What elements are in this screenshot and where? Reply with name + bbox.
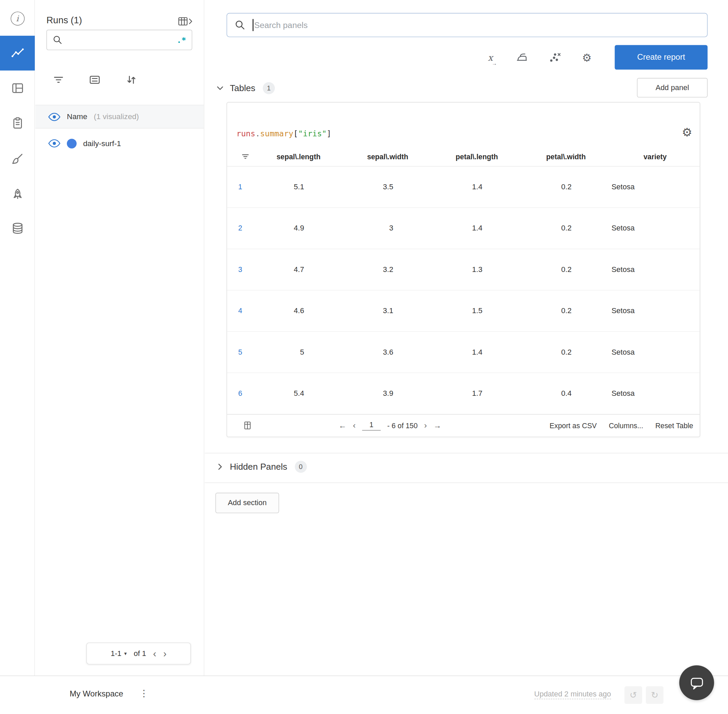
- column-header[interactable]: sepal\.width: [343, 153, 432, 161]
- smoothing-button[interactable]: [515, 51, 528, 64]
- column-header[interactable]: petal\.width: [521, 153, 611, 161]
- last-page-button[interactable]: [433, 421, 441, 430]
- chat-bubble-icon: [689, 675, 705, 691]
- run-row[interactable]: daily-surf-1: [35, 130, 204, 157]
- workspace-menu-button[interactable]: [140, 688, 149, 699]
- cell: 0.2: [521, 224, 611, 232]
- panels-icon: [11, 82, 24, 95]
- outliers-button[interactable]: [548, 51, 561, 64]
- table-row: 1 5.1 3.5 1.4 0.2 Setosa: [227, 167, 699, 208]
- panel-search-box: [227, 13, 708, 38]
- gear-icon: [582, 51, 591, 64]
- icon-rail: [0, 0, 35, 675]
- panel-settings-button[interactable]: [682, 126, 692, 140]
- cell: 3.5: [343, 183, 432, 191]
- runs-search-input[interactable]: [67, 36, 177, 44]
- panel-title-code: runs.summary["iris"]: [236, 129, 332, 138]
- row-index-link[interactable]: 4: [227, 307, 254, 315]
- eye-icon: [48, 140, 60, 148]
- nav-sweeps[interactable]: [0, 144, 35, 174]
- add-section-button[interactable]: Add section: [215, 493, 279, 513]
- cell: 5: [254, 348, 343, 356]
- runs-filter-button[interactable]: [52, 70, 65, 89]
- tables-collapse-button[interactable]: [215, 83, 225, 93]
- panel-header: runs.summary["iris"]: [227, 103, 699, 147]
- cell: 0.2: [521, 183, 611, 191]
- cell: Setosa: [611, 224, 699, 232]
- runs-next-page-button[interactable]: [164, 648, 167, 659]
- nav-overview[interactable]: [0, 4, 35, 33]
- runs-sort-button[interactable]: [125, 70, 138, 89]
- column-header[interactable]: petal\.length: [432, 153, 521, 161]
- tables-section-header: Tables 1: [215, 82, 275, 95]
- nav-panels[interactable]: [0, 73, 35, 103]
- row-index-link[interactable]: 5: [227, 348, 254, 356]
- row-index-link[interactable]: 3: [227, 266, 254, 274]
- run-eye-button[interactable]: [48, 140, 60, 148]
- reset-table-button[interactable]: Reset Table: [656, 422, 693, 430]
- mini-table-icon: [244, 422, 251, 430]
- runs-page-range-dropdown[interactable]: 1-1: [111, 649, 127, 658]
- page-range-label: - 6 of 150: [387, 422, 418, 430]
- row-index-link[interactable]: 2: [227, 224, 254, 232]
- page-number-input[interactable]: 1: [362, 421, 381, 430]
- redo-button[interactable]: [646, 686, 663, 704]
- prev-page-button[interactable]: [353, 421, 356, 430]
- workspace-settings-button[interactable]: [581, 51, 594, 64]
- hidden-panels-section-header[interactable]: Hidden Panels 0: [215, 460, 307, 473]
- cell: Setosa: [611, 266, 699, 274]
- hidden-panels-expand-button[interactable]: [215, 462, 225, 472]
- chevron-down-icon: [215, 83, 225, 93]
- table-row: 3 4.7 3.2 1.3 0.2 Setosa: [227, 249, 699, 290]
- cell: 0.2: [521, 307, 611, 315]
- runs-title: Runs (1): [47, 15, 82, 26]
- runs-group-button[interactable]: [88, 70, 101, 89]
- scatter-exclude-icon: [549, 52, 561, 64]
- table-view-toggle-button[interactable]: [244, 422, 251, 430]
- runs-search-box: [47, 30, 193, 50]
- row-index-link[interactable]: 6: [227, 389, 254, 398]
- undo-button[interactable]: [624, 686, 642, 704]
- sort-icon: [125, 74, 137, 86]
- add-panel-button[interactable]: Add panel: [637, 78, 708, 98]
- runs-table-expand-button[interactable]: [178, 16, 193, 27]
- name-column-label: Name: [67, 112, 87, 121]
- cell: 1.7: [432, 389, 521, 398]
- tables-section-label: Tables: [230, 83, 256, 93]
- row-index-link[interactable]: 1: [227, 183, 254, 191]
- cell: 4.9: [254, 224, 343, 232]
- broom-icon: [11, 153, 24, 166]
- export-csv-button[interactable]: Export as CSV: [550, 422, 597, 430]
- nav-artifacts[interactable]: [0, 214, 35, 243]
- code-open-bracket: [: [293, 129, 298, 138]
- gear-icon: [682, 126, 692, 140]
- code-string: "iris": [298, 129, 326, 138]
- visualize-all-eye-button[interactable]: [48, 112, 60, 121]
- x-axis-settings-button[interactable]: [484, 51, 497, 64]
- text-cursor: [253, 19, 253, 31]
- list-icon: [89, 74, 101, 86]
- runs-prev-page-button[interactable]: [153, 648, 156, 659]
- cell: 5.4: [254, 389, 343, 398]
- columns-button[interactable]: Columns...: [609, 422, 643, 430]
- next-page-button[interactable]: [424, 421, 427, 430]
- column-header[interactable]: sepal\.length: [254, 153, 343, 161]
- panel-search-input[interactable]: [254, 20, 699, 30]
- nav-launch[interactable]: [0, 180, 35, 209]
- column-header[interactable]: variety: [611, 153, 699, 161]
- cell: 1.3: [432, 266, 521, 274]
- cell: 3.9: [343, 389, 432, 398]
- create-report-button[interactable]: Create report: [615, 45, 708, 69]
- nav-logs[interactable]: [0, 108, 35, 138]
- cell: 3.2: [343, 266, 432, 274]
- nav-workspace[interactable]: [0, 36, 35, 70]
- cell: 3.1: [343, 307, 432, 315]
- table-filter-button[interactable]: [227, 152, 254, 161]
- code-close-bracket: ]: [326, 129, 331, 138]
- cell: Setosa: [611, 307, 699, 315]
- regex-toggle[interactable]: [177, 35, 186, 45]
- first-page-button[interactable]: [338, 421, 346, 430]
- cell: 1.5: [432, 307, 521, 315]
- runs-pagination: 1-1 of 1: [86, 642, 191, 664]
- chat-support-button[interactable]: [679, 665, 714, 700]
